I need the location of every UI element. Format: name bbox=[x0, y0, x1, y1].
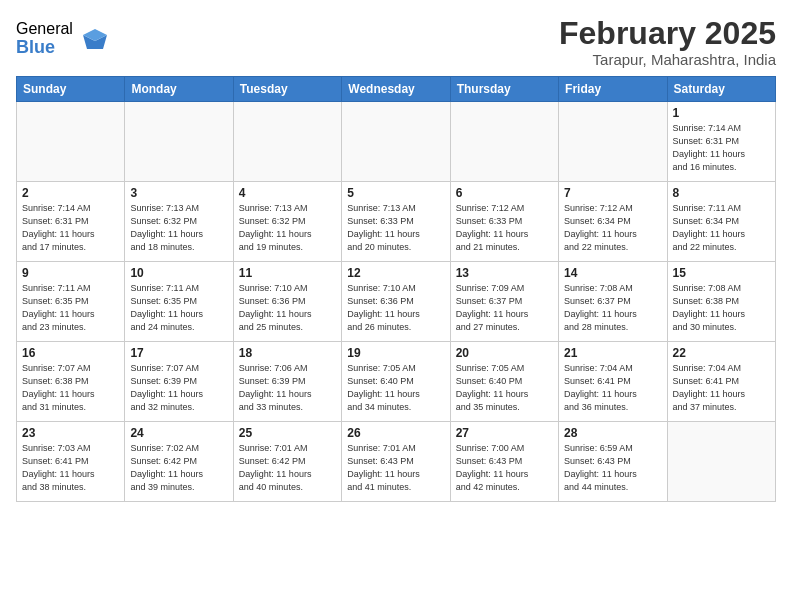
weekday-header-friday: Friday bbox=[559, 77, 667, 102]
day-number: 25 bbox=[239, 426, 336, 440]
day-info: Sunrise: 7:13 AM Sunset: 6:33 PM Dayligh… bbox=[347, 202, 444, 254]
day-cell-28: 28Sunrise: 6:59 AM Sunset: 6:43 PM Dayli… bbox=[559, 422, 667, 502]
day-cell-3: 3Sunrise: 7:13 AM Sunset: 6:32 PM Daylig… bbox=[125, 182, 233, 262]
day-cell-25: 25Sunrise: 7:01 AM Sunset: 6:42 PM Dayli… bbox=[233, 422, 341, 502]
day-cell-19: 19Sunrise: 7:05 AM Sunset: 6:40 PM Dayli… bbox=[342, 342, 450, 422]
empty-cell bbox=[125, 102, 233, 182]
day-info: Sunrise: 7:01 AM Sunset: 6:42 PM Dayligh… bbox=[239, 442, 336, 494]
day-info: Sunrise: 7:00 AM Sunset: 6:43 PM Dayligh… bbox=[456, 442, 553, 494]
day-info: Sunrise: 7:14 AM Sunset: 6:31 PM Dayligh… bbox=[22, 202, 119, 254]
day-cell-26: 26Sunrise: 7:01 AM Sunset: 6:43 PM Dayli… bbox=[342, 422, 450, 502]
day-number: 11 bbox=[239, 266, 336, 280]
day-number: 14 bbox=[564, 266, 661, 280]
day-cell-7: 7Sunrise: 7:12 AM Sunset: 6:34 PM Daylig… bbox=[559, 182, 667, 262]
day-number: 22 bbox=[673, 346, 770, 360]
day-info: Sunrise: 7:06 AM Sunset: 6:39 PM Dayligh… bbox=[239, 362, 336, 414]
day-number: 2 bbox=[22, 186, 119, 200]
day-info: Sunrise: 7:04 AM Sunset: 6:41 PM Dayligh… bbox=[564, 362, 661, 414]
day-cell-2: 2Sunrise: 7:14 AM Sunset: 6:31 PM Daylig… bbox=[17, 182, 125, 262]
day-cell-14: 14Sunrise: 7:08 AM Sunset: 6:37 PM Dayli… bbox=[559, 262, 667, 342]
day-info: Sunrise: 7:11 AM Sunset: 6:34 PM Dayligh… bbox=[673, 202, 770, 254]
day-info: Sunrise: 7:04 AM Sunset: 6:41 PM Dayligh… bbox=[673, 362, 770, 414]
day-info: Sunrise: 7:11 AM Sunset: 6:35 PM Dayligh… bbox=[22, 282, 119, 334]
day-cell-22: 22Sunrise: 7:04 AM Sunset: 6:41 PM Dayli… bbox=[667, 342, 775, 422]
day-info: Sunrise: 7:14 AM Sunset: 6:31 PM Dayligh… bbox=[673, 122, 770, 174]
logo-general: General bbox=[16, 20, 73, 38]
weekday-header-monday: Monday bbox=[125, 77, 233, 102]
day-info: Sunrise: 7:01 AM Sunset: 6:43 PM Dayligh… bbox=[347, 442, 444, 494]
weekday-header-saturday: Saturday bbox=[667, 77, 775, 102]
weekday-header-row: SundayMondayTuesdayWednesdayThursdayFrid… bbox=[17, 77, 776, 102]
title-block: February 2025 Tarapur, Maharashtra, Indi… bbox=[559, 16, 776, 68]
header: General Blue February 2025 Tarapur, Maha… bbox=[16, 16, 776, 68]
day-cell-13: 13Sunrise: 7:09 AM Sunset: 6:37 PM Dayli… bbox=[450, 262, 558, 342]
day-info: Sunrise: 7:12 AM Sunset: 6:34 PM Dayligh… bbox=[564, 202, 661, 254]
week-row-2: 9Sunrise: 7:11 AM Sunset: 6:35 PM Daylig… bbox=[17, 262, 776, 342]
day-cell-1: 1Sunrise: 7:14 AM Sunset: 6:31 PM Daylig… bbox=[667, 102, 775, 182]
day-number: 26 bbox=[347, 426, 444, 440]
day-cell-15: 15Sunrise: 7:08 AM Sunset: 6:38 PM Dayli… bbox=[667, 262, 775, 342]
empty-cell bbox=[233, 102, 341, 182]
day-number: 8 bbox=[673, 186, 770, 200]
day-number: 17 bbox=[130, 346, 227, 360]
day-number: 20 bbox=[456, 346, 553, 360]
day-info: Sunrise: 7:08 AM Sunset: 6:38 PM Dayligh… bbox=[673, 282, 770, 334]
day-number: 18 bbox=[239, 346, 336, 360]
day-cell-4: 4Sunrise: 7:13 AM Sunset: 6:32 PM Daylig… bbox=[233, 182, 341, 262]
day-info: Sunrise: 7:13 AM Sunset: 6:32 PM Dayligh… bbox=[239, 202, 336, 254]
day-info: Sunrise: 7:05 AM Sunset: 6:40 PM Dayligh… bbox=[456, 362, 553, 414]
day-number: 6 bbox=[456, 186, 553, 200]
day-number: 10 bbox=[130, 266, 227, 280]
month-title: February 2025 bbox=[559, 16, 776, 51]
weekday-header-tuesday: Tuesday bbox=[233, 77, 341, 102]
day-cell-16: 16Sunrise: 7:07 AM Sunset: 6:38 PM Dayli… bbox=[17, 342, 125, 422]
day-cell-21: 21Sunrise: 7:04 AM Sunset: 6:41 PM Dayli… bbox=[559, 342, 667, 422]
week-row-1: 2Sunrise: 7:14 AM Sunset: 6:31 PM Daylig… bbox=[17, 182, 776, 262]
day-info: Sunrise: 7:10 AM Sunset: 6:36 PM Dayligh… bbox=[347, 282, 444, 334]
day-cell-24: 24Sunrise: 7:02 AM Sunset: 6:42 PM Dayli… bbox=[125, 422, 233, 502]
day-number: 24 bbox=[130, 426, 227, 440]
day-number: 16 bbox=[22, 346, 119, 360]
day-cell-18: 18Sunrise: 7:06 AM Sunset: 6:39 PM Dayli… bbox=[233, 342, 341, 422]
empty-cell bbox=[559, 102, 667, 182]
day-number: 1 bbox=[673, 106, 770, 120]
logo-text: General Blue bbox=[16, 20, 73, 57]
day-number: 4 bbox=[239, 186, 336, 200]
day-number: 3 bbox=[130, 186, 227, 200]
weekday-header-wednesday: Wednesday bbox=[342, 77, 450, 102]
day-info: Sunrise: 7:10 AM Sunset: 6:36 PM Dayligh… bbox=[239, 282, 336, 334]
day-number: 5 bbox=[347, 186, 444, 200]
weekday-header-thursday: Thursday bbox=[450, 77, 558, 102]
day-info: Sunrise: 7:09 AM Sunset: 6:37 PM Dayligh… bbox=[456, 282, 553, 334]
day-number: 28 bbox=[564, 426, 661, 440]
day-info: Sunrise: 7:02 AM Sunset: 6:42 PM Dayligh… bbox=[130, 442, 227, 494]
location-title: Tarapur, Maharashtra, India bbox=[559, 51, 776, 68]
day-info: Sunrise: 7:13 AM Sunset: 6:32 PM Dayligh… bbox=[130, 202, 227, 254]
day-cell-12: 12Sunrise: 7:10 AM Sunset: 6:36 PM Dayli… bbox=[342, 262, 450, 342]
day-cell-27: 27Sunrise: 7:00 AM Sunset: 6:43 PM Dayli… bbox=[450, 422, 558, 502]
day-info: Sunrise: 7:07 AM Sunset: 6:39 PM Dayligh… bbox=[130, 362, 227, 414]
day-info: Sunrise: 7:03 AM Sunset: 6:41 PM Dayligh… bbox=[22, 442, 119, 494]
day-cell-9: 9Sunrise: 7:11 AM Sunset: 6:35 PM Daylig… bbox=[17, 262, 125, 342]
weekday-header-sunday: Sunday bbox=[17, 77, 125, 102]
day-number: 13 bbox=[456, 266, 553, 280]
week-row-0: 1Sunrise: 7:14 AM Sunset: 6:31 PM Daylig… bbox=[17, 102, 776, 182]
day-number: 12 bbox=[347, 266, 444, 280]
day-cell-6: 6Sunrise: 7:12 AM Sunset: 6:33 PM Daylig… bbox=[450, 182, 558, 262]
calendar-table: SundayMondayTuesdayWednesdayThursdayFrid… bbox=[16, 76, 776, 502]
day-cell-8: 8Sunrise: 7:11 AM Sunset: 6:34 PM Daylig… bbox=[667, 182, 775, 262]
day-info: Sunrise: 6:59 AM Sunset: 6:43 PM Dayligh… bbox=[564, 442, 661, 494]
day-number: 7 bbox=[564, 186, 661, 200]
day-number: 21 bbox=[564, 346, 661, 360]
day-info: Sunrise: 7:05 AM Sunset: 6:40 PM Dayligh… bbox=[347, 362, 444, 414]
day-cell-23: 23Sunrise: 7:03 AM Sunset: 6:41 PM Dayli… bbox=[17, 422, 125, 502]
day-info: Sunrise: 7:11 AM Sunset: 6:35 PM Dayligh… bbox=[130, 282, 227, 334]
day-number: 15 bbox=[673, 266, 770, 280]
day-number: 23 bbox=[22, 426, 119, 440]
empty-cell bbox=[342, 102, 450, 182]
day-number: 9 bbox=[22, 266, 119, 280]
day-info: Sunrise: 7:07 AM Sunset: 6:38 PM Dayligh… bbox=[22, 362, 119, 414]
week-row-3: 16Sunrise: 7:07 AM Sunset: 6:38 PM Dayli… bbox=[17, 342, 776, 422]
day-info: Sunrise: 7:12 AM Sunset: 6:33 PM Dayligh… bbox=[456, 202, 553, 254]
logo-icon bbox=[77, 21, 113, 57]
